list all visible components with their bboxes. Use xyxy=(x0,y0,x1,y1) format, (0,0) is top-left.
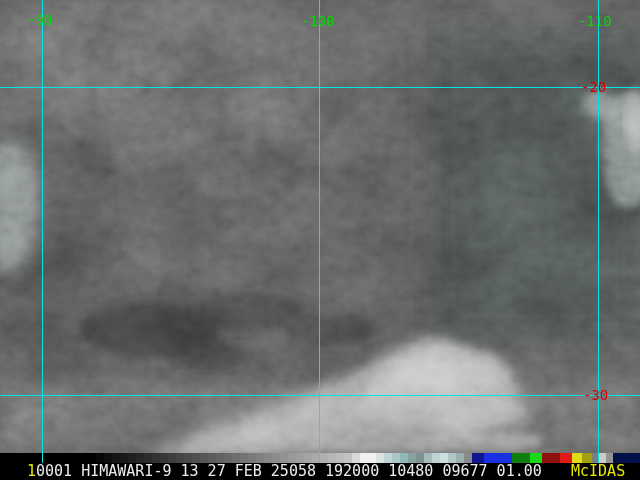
satellite-image-canvas xyxy=(0,0,640,453)
image-info: 0001 HIMAWARI-9 13 27 FEB 25058 192000 1… xyxy=(36,462,542,480)
mcidas-display: 10001 HIMAWARI-9 13 27 FEB 25058 192000 … xyxy=(0,0,640,480)
frame-number: 1 xyxy=(27,462,36,480)
status-bar: 10001 HIMAWARI-9 13 27 FEB 25058 192000 … xyxy=(0,463,640,480)
frame-label-text: 10001 HIMAWARI-9 13 27 FEB 25058 192000 … xyxy=(27,463,542,480)
colorbar-segment xyxy=(542,453,560,463)
mcidas-logo-text: McIDAS xyxy=(571,463,625,480)
satellite-image[interactable] xyxy=(0,0,640,453)
